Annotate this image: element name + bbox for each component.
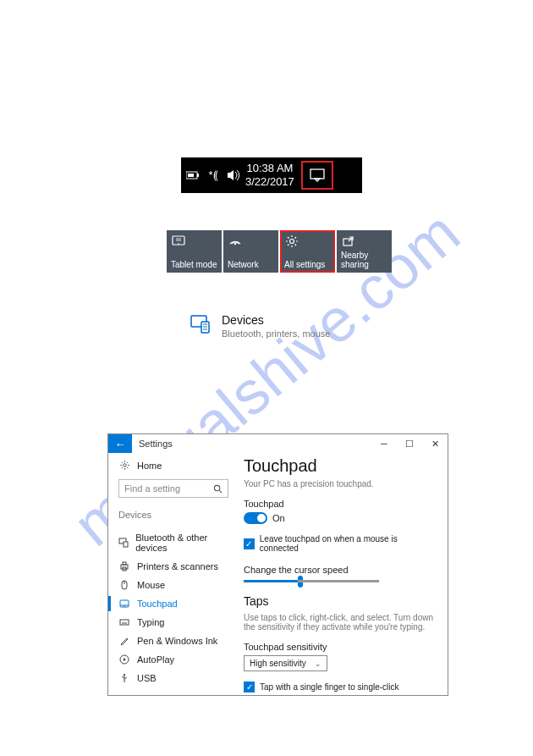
nav-mouse[interactable]: Mouse (118, 576, 228, 594)
clock-datetime[interactable]: 10:38 AM 3/22/2017 (245, 162, 294, 188)
leave-on-checkbox[interactable]: ✓ (244, 538, 255, 549)
svg-point-52 (124, 674, 125, 676)
search-input[interactable]: Find a setting (118, 479, 228, 498)
svg-marker-5 (315, 179, 320, 181)
touchpad-toggle-label: Touchpad (244, 499, 436, 509)
cursor-speed-slider[interactable] (244, 580, 379, 582)
svg-line-34 (219, 490, 222, 493)
back-button[interactable]: ← (108, 434, 132, 453)
qa-tablet-mode[interactable]: Tablet mode (167, 230, 222, 273)
touchpad-icon (118, 599, 130, 609)
svg-rect-36 (124, 542, 128, 547)
qa-label: Nearby sharing (341, 251, 387, 269)
nav-label: Touchpad (137, 599, 178, 609)
autoplay-icon (118, 654, 130, 665)
printer-icon (118, 561, 130, 571)
svg-line-17 (295, 237, 297, 239)
titlebar: ← Settings ─ ☐ ✕ (108, 434, 448, 453)
settings-category-devices[interactable]: Devices Bluetooth, printers, mouse (190, 313, 330, 339)
nav-pen[interactable]: Pen & Windows Ink (118, 632, 228, 650)
settings-content: Touchpad Your PC has a precision touchpa… (239, 453, 448, 695)
nav-usb[interactable]: USB (118, 669, 228, 687)
network-icon (228, 235, 242, 246)
nav-touchpad[interactable]: Touchpad (118, 594, 228, 613)
devices-icon (190, 313, 212, 335)
nav-label: Mouse (137, 580, 165, 590)
svg-line-29 (121, 462, 122, 463)
clock-date: 3/22/2017 (245, 175, 294, 189)
nav-label: Typing (137, 617, 164, 627)
close-button[interactable]: ✕ (422, 434, 448, 453)
bluetooth-icon (118, 538, 129, 548)
home-link[interactable]: Home (118, 460, 228, 471)
nav-label: Pen & Windows Ink (137, 636, 217, 646)
clock-time: 10:38 AM (245, 162, 294, 175)
taps-heading: Taps (244, 594, 436, 608)
leave-on-label: Leave touchpad on when a mouse is connec… (260, 534, 436, 553)
nav-label: USB (137, 673, 157, 683)
sidebar-group-label: Devices (118, 510, 228, 520)
svg-marker-3 (228, 170, 234, 180)
svg-point-8 (234, 243, 236, 245)
volume-icon[interactable] (225, 169, 242, 181)
devices-subtitle: Bluetooth, printers, mouse (222, 328, 330, 339)
maximize-button[interactable]: ☐ (397, 434, 422, 453)
svg-line-16 (288, 245, 289, 246)
minimize-button[interactable]: ─ (371, 434, 397, 453)
devices-title: Devices (222, 313, 330, 327)
share-icon (342, 235, 355, 246)
action-center-button[interactable] (301, 161, 333, 190)
svg-marker-50 (124, 658, 126, 661)
wifi-icon[interactable]: *⸨ (205, 168, 222, 182)
svg-rect-1 (197, 174, 199, 177)
svg-line-32 (127, 462, 128, 463)
svg-line-15 (295, 245, 297, 246)
search-icon (213, 484, 223, 494)
battery-icon[interactable] (184, 171, 201, 179)
nav-label: AutoPlay (137, 654, 174, 665)
svg-point-9 (290, 240, 294, 244)
pen-icon (118, 636, 130, 646)
precision-hint: Your PC has a precision touchpad. (244, 479, 436, 488)
qa-all-settings[interactable]: All settings (280, 230, 335, 273)
nav-printers[interactable]: Printers & scanners (118, 557, 228, 576)
gear-icon (285, 235, 299, 248)
svg-point-33 (214, 485, 219, 490)
gear-icon (118, 460, 130, 471)
single-tap-checkbox[interactable]: ✓ (244, 682, 255, 693)
home-label: Home (137, 461, 162, 471)
nav-label: Bluetooth & other devices (135, 533, 228, 553)
system-tray: *⸨ 10:38 AM 3/22/2017 (181, 157, 362, 193)
nav-typing[interactable]: Typing (118, 613, 228, 632)
nav-autoplay[interactable]: AutoPlay (118, 650, 228, 669)
svg-rect-2 (188, 174, 194, 177)
nav-bluetooth[interactable]: Bluetooth & other devices (118, 528, 228, 557)
nav-label: Printers & scanners (137, 561, 218, 571)
chevron-down-icon: ⌄ (315, 659, 321, 668)
svg-point-7 (178, 243, 179, 245)
usb-icon (118, 673, 130, 683)
mouse-icon (118, 580, 130, 590)
touchpad-toggle[interactable] (244, 512, 267, 524)
qa-label: All settings (284, 260, 331, 269)
settings-sidebar: Home Find a setting Devices Bluetooth & … (108, 453, 239, 695)
cursor-speed-label: Change the cursor speed (244, 565, 436, 575)
qa-nearby-sharing[interactable]: Nearby sharing (337, 230, 392, 273)
toggle-state: On (272, 513, 285, 523)
svg-rect-4 (310, 169, 324, 179)
svg-point-24 (123, 464, 126, 467)
svg-line-31 (121, 467, 122, 468)
search-placeholder: Find a setting (124, 483, 180, 494)
qa-network[interactable]: Network (223, 230, 278, 273)
sensitivity-label: Touchpad sensitivity (244, 642, 436, 652)
single-tap-label: Tap with a single finger to single-click (260, 682, 399, 692)
qa-label: Tablet mode (171, 260, 217, 269)
svg-line-14 (288, 237, 289, 239)
svg-rect-45 (120, 620, 129, 625)
sensitivity-dropdown[interactable]: High sensitivity ⌄ (244, 655, 327, 671)
sensitivity-value: High sensitivity (250, 659, 306, 668)
page-heading: Touchpad (244, 456, 436, 476)
svg-rect-38 (123, 562, 126, 565)
keyboard-icon (118, 617, 130, 627)
qa-label: Network (228, 260, 274, 269)
